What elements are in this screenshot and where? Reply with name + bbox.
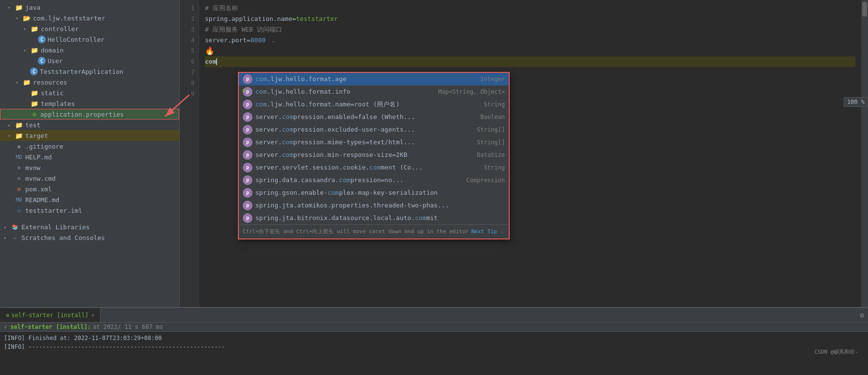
ac-icon: p bbox=[243, 201, 252, 210]
class-icon: C bbox=[30, 68, 38, 75]
code-line-6: com bbox=[205, 56, 855, 67]
autocomplete-dropdown[interactable]: p com.ljw.hello.format.age Integer . p c… bbox=[238, 72, 510, 239]
code-line-3: # 应用服务 WEB 访问端口 bbox=[205, 24, 855, 35]
gear-icon[interactable]: ⚙ bbox=[860, 311, 864, 319]
props-icon bbox=[31, 110, 38, 118]
sidebar-item-help-md[interactable]: MD HELP.md bbox=[0, 152, 179, 162]
git-icon: ◉ bbox=[15, 142, 23, 150]
sidebar-item-label: controller bbox=[41, 25, 79, 33]
code-editor[interactable]: # 应用名称 spring.application.name=teststart… bbox=[199, 0, 861, 307]
terminal-status-bar: ✓ self-starter [install]: at 2022/ 11 s … bbox=[0, 323, 868, 332]
cursor bbox=[216, 58, 217, 65]
sidebar-item-label: com.ljw.teststarter bbox=[33, 15, 105, 22]
sidebar-item-label: templates bbox=[41, 100, 75, 107]
ac-item-11[interactable]: p spring.jta.atomikos.properties.threade… bbox=[239, 199, 509, 212]
arrow-icon bbox=[8, 133, 15, 138]
sidebar-item-domain[interactable]: domain bbox=[0, 45, 179, 55]
sidebar: java com.ljw.teststarter controller C He… bbox=[0, 0, 180, 307]
ac-item-6[interactable]: p server.compression.mime-types=text/htm… bbox=[239, 136, 509, 149]
autocomplete-footer: Ctrl+向下箭头 and Ctrl+向上箭头 will move caret … bbox=[239, 224, 509, 239]
terminal-line-1: [INFO] Finished at: 2022-11-07T23:03:29+… bbox=[4, 334, 864, 342]
ac-item-5[interactable]: p server.compression.excluded-user-agent… bbox=[239, 123, 509, 136]
sidebar-item-label: .gitignore bbox=[25, 143, 63, 150]
sidebar-item-com-ljw[interactable]: com.ljw.teststarter bbox=[0, 13, 179, 23]
terminal-content[interactable]: [INFO] Finished at: 2022-11-07T23:03:29+… bbox=[0, 332, 868, 375]
terminal-status-label: self-starter [install]: bbox=[10, 324, 91, 330]
ac-icon: p bbox=[243, 100, 252, 109]
scratches-section[interactable]: ✏ Scratches and Consoles bbox=[0, 232, 179, 243]
csdn-watermark: CSDN @硕风和炬- bbox=[815, 348, 858, 356]
ac-hint: Ctrl+向下箭头 and Ctrl+向上箭头 will move caret … bbox=[243, 226, 469, 237]
ac-item-1[interactable]: p com.ljw.hello.format.age Integer bbox=[239, 73, 509, 85]
folder-icon bbox=[22, 14, 31, 22]
sidebar-item-iml[interactable]: ◻ teststarter.iml bbox=[0, 205, 179, 216]
sidebar-item-application-properties[interactable]: application.properties bbox=[0, 109, 179, 119]
sidebar-item-pom-xml[interactable]: m pom.xml bbox=[0, 184, 179, 194]
sidebar-item-user[interactable]: C User bbox=[0, 55, 179, 66]
scrollbar-thumb[interactable] bbox=[862, 2, 867, 17]
terminal-tabs: ≡ self-starter [install] ✕ ⚙ bbox=[0, 308, 868, 323]
sidebar-item-static[interactable]: static bbox=[0, 87, 179, 98]
sidebar-item-resources[interactable]: resources bbox=[0, 77, 179, 87]
arrow-icon bbox=[23, 26, 30, 32]
folder-icon bbox=[30, 89, 39, 97]
mvnw-icon: ≡ bbox=[15, 164, 23, 171]
sidebar-item-label: teststarter.iml bbox=[25, 207, 82, 214]
mvnw-cmd-icon: ≡ bbox=[15, 174, 23, 182]
arrow-icon bbox=[16, 16, 22, 21]
ac-item-12[interactable]: p spring.jta.bitronix.datasource.local.a… bbox=[239, 212, 509, 224]
terminal-tab-label: self-starter [install] bbox=[11, 312, 88, 319]
sidebar-item-controller[interactable]: controller bbox=[0, 23, 179, 34]
sidebar-item-mvnw[interactable]: ≡ mvnw bbox=[0, 162, 179, 173]
sidebar-item-label: target bbox=[25, 132, 48, 139]
terminal-tab-self-starter[interactable]: ≡ self-starter [install] ✕ bbox=[0, 308, 100, 322]
ac-item-2[interactable]: . p com.ljw.hello.format.info Map<String… bbox=[239, 85, 509, 98]
sidebar-item-teststarter-app[interactable]: C TeststarterApplication bbox=[0, 66, 179, 77]
sidebar-item-templates[interactable]: templates bbox=[0, 98, 179, 109]
editor: 1 2 3 4 5 6 7 8 9 # 应用名称 spring.applicat… bbox=[180, 0, 868, 307]
ac-item-10[interactable]: p spring.gson.enable-complex-map-key-ser… bbox=[239, 187, 509, 199]
sidebar-item-readme-md[interactable]: MD README.md bbox=[0, 194, 179, 205]
sidebar-item-test[interactable]: test bbox=[0, 119, 179, 130]
arrow-icon bbox=[8, 122, 15, 128]
ac-more-button[interactable]: ⋮ bbox=[500, 226, 505, 237]
ac-item-4[interactable]: p server.compression.enabled=false (Whet… bbox=[239, 111, 509, 123]
code-line-1: # 应用名称 bbox=[205, 3, 855, 14]
external-libraries-section[interactable]: 📚 External Libraries bbox=[0, 222, 179, 232]
sidebar-item-mvnw-cmd[interactable]: ≡ mvnw.cmd bbox=[0, 173, 179, 184]
sidebar-item-target[interactable]: target bbox=[0, 130, 179, 141]
folder-icon bbox=[15, 121, 23, 129]
readme-icon: MD bbox=[15, 196, 23, 204]
ac-item-9[interactable]: p spring.data.cassandra.compression=no..… bbox=[239, 174, 509, 187]
sidebar-item-label: java bbox=[25, 4, 40, 11]
sidebar-item-java[interactable]: java bbox=[0, 2, 179, 13]
ac-item-3[interactable]: p com.ljw.hello.format.name=root (用户名) S… bbox=[239, 98, 509, 111]
sidebar-item-label: README.md bbox=[25, 196, 59, 204]
folder-icon bbox=[30, 25, 39, 33]
sidebar-item-gitignore[interactable]: ◉ .gitignore bbox=[0, 141, 179, 152]
arrow-icon bbox=[16, 80, 22, 85]
terminal-tab-icon: ≡ bbox=[6, 312, 9, 319]
ac-icon: p bbox=[243, 150, 252, 160]
terminal-tab-close[interactable]: ✕ bbox=[91, 312, 94, 318]
ac-icon: p bbox=[243, 125, 252, 135]
pom-icon: m bbox=[15, 185, 23, 193]
class-icon: C bbox=[38, 57, 46, 65]
md-icon: MD bbox=[15, 153, 23, 161]
terminal-line-2: [INFO] ---------------------------------… bbox=[4, 342, 864, 351]
sidebar-item-hello-controller[interactable]: C HelloController bbox=[0, 34, 179, 45]
next-tip-link[interactable]: Next Tip bbox=[471, 226, 497, 237]
ac-icon: p bbox=[243, 163, 252, 172]
code-line-5: 🔥 bbox=[205, 46, 855, 56]
ac-item-7[interactable]: p server.compression.min-response-size=2… bbox=[239, 149, 509, 161]
ext-lib-icon: 📚 bbox=[11, 223, 19, 231]
editor-scrollbar[interactable] bbox=[861, 0, 868, 307]
sidebar-item-label: domain bbox=[41, 47, 64, 54]
folder-icon bbox=[30, 46, 39, 54]
folder-icon bbox=[22, 78, 31, 86]
terminal-status-detail: at 2022/ 11 s 687 ms bbox=[93, 324, 163, 330]
sidebar-item-label: HELP.md bbox=[25, 153, 52, 161]
sidebar-item-label: test bbox=[25, 121, 40, 129]
folder-icon bbox=[15, 132, 23, 139]
ac-item-8[interactable]: p server.servlet.session.cookie.comment … bbox=[239, 161, 509, 174]
